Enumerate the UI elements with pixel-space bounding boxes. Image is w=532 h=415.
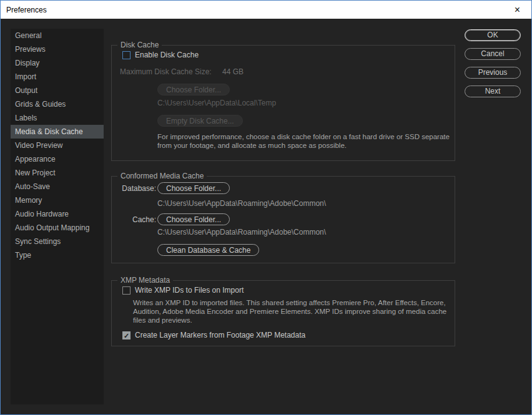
empty-disk-cache-button[interactable]: Empty Disk Cache...	[157, 115, 243, 127]
dialog-body: General Previews Display Import Output G…	[1, 19, 531, 414]
sidebar-item-audio-hardware[interactable]: Audio Hardware	[11, 207, 104, 221]
window-title: Preferences	[1, 6, 47, 14]
sidebar-item-audio-output-mapping[interactable]: Audio Output Mapping	[11, 221, 104, 235]
sidebar-item-video-preview[interactable]: Video Preview	[11, 139, 104, 152]
sidebar-item-memory[interactable]: Memory	[11, 193, 104, 207]
ok-button[interactable]: OK	[465, 29, 521, 41]
choose-folder-button-database[interactable]: Choose Folder...	[157, 182, 230, 194]
disk-cache-folder-path: C:\Users\User\AppData\Local\Temp	[157, 99, 276, 107]
enable-disk-cache-row[interactable]: Enable Disk Cache	[122, 51, 199, 59]
database-label: Database:	[119, 184, 156, 193]
enable-disk-cache-label: Enable Disk Cache	[135, 51, 199, 59]
enable-disk-cache-checkbox[interactable]	[122, 51, 131, 59]
xmp-help-text: Writes an XMP ID to imported files. This…	[133, 298, 448, 325]
cache-path: C:\Users\User\AppData\Roaming\Adobe\Comm…	[157, 228, 326, 237]
conformed-media-cache-section-title: Conformed Media Cache	[117, 172, 207, 180]
sidebar-item-import[interactable]: Import	[11, 70, 104, 84]
next-button[interactable]: Next	[465, 85, 521, 97]
sidebar-item-previews[interactable]: Previews	[11, 42, 104, 56]
disk-cache-help-text: For improved performance, choose a disk …	[157, 132, 452, 150]
sidebar-item-appearance[interactable]: Appearance	[11, 152, 104, 166]
layer-markers-checkbox[interactable]: ✓	[122, 331, 131, 339]
sidebar: General Previews Display Import Output G…	[11, 29, 104, 404]
cache-label: Cache:	[119, 215, 156, 224]
sidebar-item-type[interactable]: Type	[11, 248, 104, 262]
close-icon[interactable]: ×	[503, 1, 531, 19]
cancel-button[interactable]: Cancel	[465, 48, 521, 60]
checkmark-icon: ✓	[124, 332, 129, 339]
layer-markers-row[interactable]: ✓ Create Layer Markers from Footage XMP …	[122, 331, 305, 339]
layer-markers-label: Create Layer Markers from Footage XMP Me…	[135, 331, 305, 339]
write-xmp-ids-checkbox[interactable]	[122, 286, 131, 295]
disk-cache-section-title: Disk Cache	[117, 41, 162, 49]
sidebar-item-media-disk-cache[interactable]: Media & Disk Cache	[11, 125, 104, 139]
sidebar-item-labels[interactable]: Labels	[11, 111, 104, 125]
max-disk-cache-size-value: 44 GB	[222, 67, 244, 76]
titlebar: Preferences ×	[1, 1, 531, 19]
max-disk-cache-size-row: Maximum Disk Cache Size: 44 GB	[120, 67, 244, 76]
disk-cache-section: Disk Cache Enable Disk Cache Maximum Dis…	[111, 45, 455, 161]
max-disk-cache-size-label: Maximum Disk Cache Size:	[120, 67, 212, 76]
xmp-metadata-section-title: XMP Metadata	[117, 276, 173, 285]
write-xmp-ids-label: Write XMP IDs to Files on Import	[135, 286, 244, 295]
sidebar-item-display[interactable]: Display	[11, 56, 104, 70]
sidebar-item-new-project[interactable]: New Project	[11, 166, 104, 180]
choose-folder-button-cache[interactable]: Choose Folder...	[157, 213, 230, 225]
sidebar-item-auto-save[interactable]: Auto-Save	[11, 180, 104, 193]
preferences-dialog: Preferences × General Previews Display I…	[0, 0, 532, 415]
clean-database-cache-button[interactable]: Clean Database & Cache	[157, 244, 259, 256]
write-xmp-ids-row[interactable]: Write XMP IDs to Files on Import	[122, 286, 244, 295]
choose-folder-button-disk-cache[interactable]: Choose Folder...	[157, 84, 230, 95]
sidebar-item-general[interactable]: General	[11, 29, 104, 42]
conformed-media-cache-section: Conformed Media Cache Database: Choose F…	[111, 176, 455, 263]
database-path: C:\Users\User\AppData\Roaming\Adobe\Comm…	[157, 199, 326, 208]
sidebar-item-grids-guides[interactable]: Grids & Guides	[11, 97, 104, 111]
sidebar-item-sync-settings[interactable]: Sync Settings	[11, 235, 104, 248]
sidebar-item-output[interactable]: Output	[11, 84, 104, 97]
xmp-metadata-section: XMP Metadata Write XMP IDs to Files on I…	[111, 280, 455, 346]
previous-button[interactable]: Previous	[465, 67, 521, 79]
